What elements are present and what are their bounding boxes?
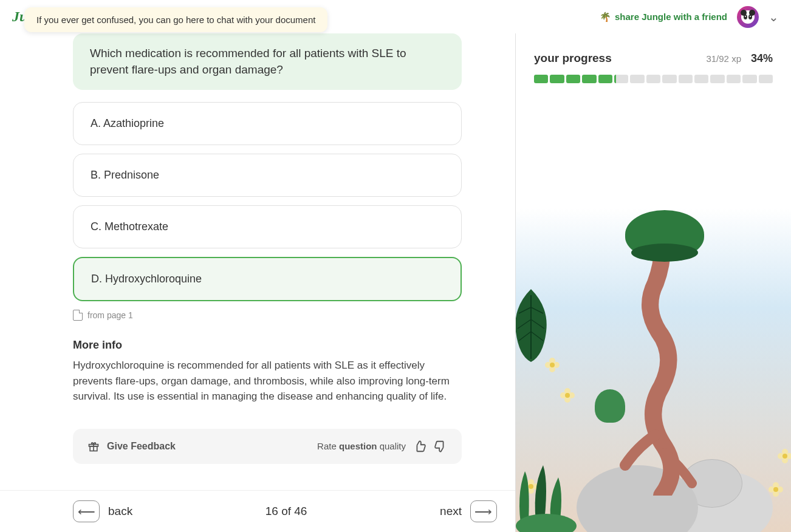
- panda-icon: [739, 9, 756, 26]
- progress-segment: [566, 75, 580, 83]
- back-button[interactable]: ⟵ back: [73, 500, 132, 522]
- progress-title: your progress: [534, 52, 612, 65]
- page-ref-label: from page 1: [87, 310, 133, 320]
- progress-segment: [679, 75, 693, 83]
- back-label: back: [108, 505, 132, 518]
- rate-label: Rate question quality: [317, 441, 406, 451]
- flower-icon: [543, 356, 561, 374]
- svg-point-34: [773, 487, 778, 492]
- progress-segment: [582, 75, 596, 83]
- flower-icon: [767, 480, 785, 499]
- arrow-right-icon: ⟶: [470, 500, 497, 522]
- progress-segment: [759, 75, 773, 83]
- next-label: next: [440, 505, 462, 518]
- progress-segment: [534, 75, 548, 83]
- xp-count: 31/92 xp: [706, 53, 741, 64]
- progress-segment: [614, 75, 628, 83]
- arrow-left-icon: ⟵: [73, 500, 100, 522]
- give-feedback-button[interactable]: Give Feedback: [87, 440, 176, 452]
- monstera-leaf: [515, 289, 549, 362]
- answer-option-c[interactable]: C. Methotrexate: [73, 205, 462, 248]
- svg-point-19: [565, 393, 570, 398]
- progress-segment: [646, 75, 660, 83]
- progress-segment: [710, 75, 724, 83]
- page-reference[interactable]: from page 1: [73, 310, 462, 321]
- more-info-title: More info: [73, 339, 462, 352]
- answer-option-d[interactable]: D. Hydroxychloroquine: [73, 257, 462, 301]
- share-label: share Jungle with a friend: [615, 12, 727, 22]
- tree-canopy: [625, 210, 704, 259]
- more-info-text: Hydroxychloroquine is recommended for al…: [73, 358, 462, 404]
- progress-segment: [742, 75, 756, 83]
- thumbs-down-icon[interactable]: [434, 440, 447, 453]
- palm-tree-icon: 🌴: [600, 12, 611, 22]
- progress-segment: [630, 75, 644, 83]
- progress-sidebar: your progress 31/92 xp 34%: [515, 33, 791, 532]
- flower-icon: [776, 447, 791, 465]
- page-icon: [73, 310, 83, 321]
- progress-bar: [534, 75, 773, 83]
- bush: [595, 389, 625, 423]
- svg-point-5: [745, 16, 746, 17]
- page-counter: 16 of 46: [265, 505, 307, 518]
- svg-point-6: [750, 16, 751, 17]
- thumbs-up-icon[interactable]: [413, 440, 426, 453]
- answer-option-a[interactable]: A. Azathioprine: [73, 102, 462, 145]
- feedback-bar: Give Feedback Rate question quality: [73, 429, 462, 464]
- chevron-down-icon[interactable]: ⌄: [769, 10, 779, 24]
- give-feedback-label: Give Feedback: [107, 441, 176, 452]
- progress-segment: [662, 75, 676, 83]
- flower-icon: [558, 386, 577, 404]
- nav-bar: ⟵ back 16 of 46 next ⟶: [0, 490, 515, 532]
- avatar[interactable]: [737, 6, 759, 28]
- share-link[interactable]: 🌴 share Jungle with a friend: [600, 12, 727, 22]
- bottom-plants: [515, 423, 583, 532]
- progress-segment: [598, 75, 612, 83]
- chat-tooltip: If you ever get confused, you can go her…: [24, 7, 327, 32]
- jungle-illustration: [516, 180, 791, 532]
- next-button[interactable]: next ⟶: [440, 500, 497, 522]
- question-text: Which medication is recommended for all …: [73, 33, 462, 90]
- tree-trunk: [619, 222, 704, 496]
- svg-point-29: [782, 454, 787, 459]
- progress-segment: [694, 75, 708, 83]
- svg-point-14: [550, 363, 555, 367]
- gift-icon: [87, 440, 100, 452]
- progress-segment: [727, 75, 741, 83]
- progress-percent: 34%: [751, 52, 773, 65]
- answer-option-b[interactable]: B. Prednisone: [73, 154, 462, 197]
- progress-segment: [550, 75, 564, 83]
